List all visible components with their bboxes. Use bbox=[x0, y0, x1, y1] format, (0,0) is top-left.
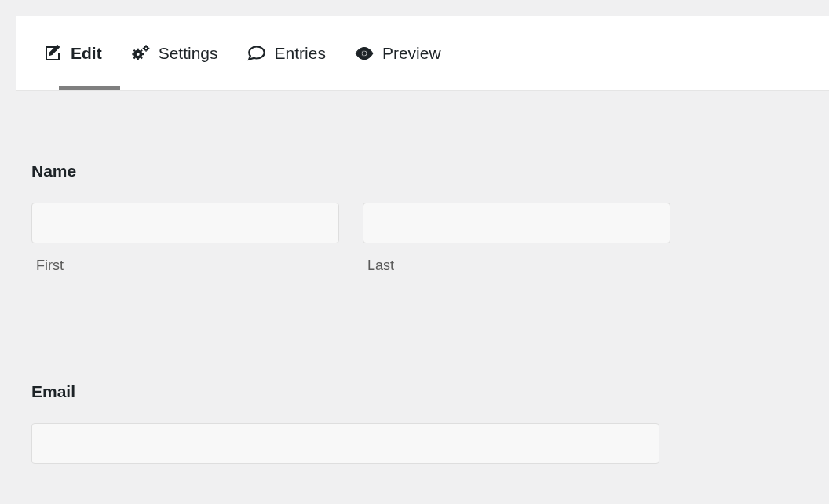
form-tabs-panel: Edit bbox=[16, 16, 829, 91]
form-canvas: Name First Last Email bbox=[16, 91, 707, 464]
active-tab-underline bbox=[59, 86, 120, 90]
email-field-block: Email bbox=[31, 382, 691, 464]
svg-point-17 bbox=[363, 51, 366, 54]
last-name-input[interactable] bbox=[363, 203, 670, 243]
svg-rect-4 bbox=[132, 53, 133, 55]
tabs-row: Edit bbox=[16, 43, 468, 64]
name-field-label: Name bbox=[31, 162, 691, 181]
entries-icon bbox=[247, 43, 267, 64]
svg-rect-13 bbox=[145, 50, 146, 52]
svg-rect-2 bbox=[137, 48, 138, 49]
tab-preview[interactable]: Preview bbox=[354, 43, 441, 64]
first-name-sublabel: First bbox=[31, 257, 339, 274]
email-input[interactable] bbox=[31, 423, 659, 464]
tab-entries-label: Entries bbox=[275, 45, 326, 61]
tab-edit-label: Edit bbox=[71, 45, 102, 61]
svg-rect-3 bbox=[137, 58, 138, 60]
svg-rect-5 bbox=[141, 53, 143, 55]
tab-entries[interactable]: Entries bbox=[247, 43, 326, 64]
email-field-label: Email bbox=[31, 382, 691, 401]
settings-icon bbox=[130, 43, 151, 64]
first-name-input[interactable] bbox=[31, 203, 339, 243]
svg-rect-14 bbox=[142, 47, 144, 48]
svg-rect-12 bbox=[145, 45, 146, 46]
last-name-column: Last bbox=[363, 203, 670, 274]
svg-point-1 bbox=[136, 53, 139, 56]
edit-icon bbox=[42, 43, 63, 64]
tab-preview-label: Preview bbox=[382, 45, 441, 61]
preview-icon bbox=[354, 43, 374, 64]
last-name-sublabel: Last bbox=[363, 257, 670, 274]
tab-settings[interactable]: Settings bbox=[130, 43, 218, 64]
tab-settings-label: Settings bbox=[159, 45, 218, 61]
svg-rect-15 bbox=[148, 47, 150, 48]
first-name-column: First bbox=[31, 203, 339, 274]
name-row: First Last bbox=[31, 203, 691, 274]
svg-point-11 bbox=[145, 47, 147, 49]
name-field-block: Name First Last bbox=[31, 162, 691, 274]
tab-edit[interactable]: Edit bbox=[42, 43, 102, 64]
